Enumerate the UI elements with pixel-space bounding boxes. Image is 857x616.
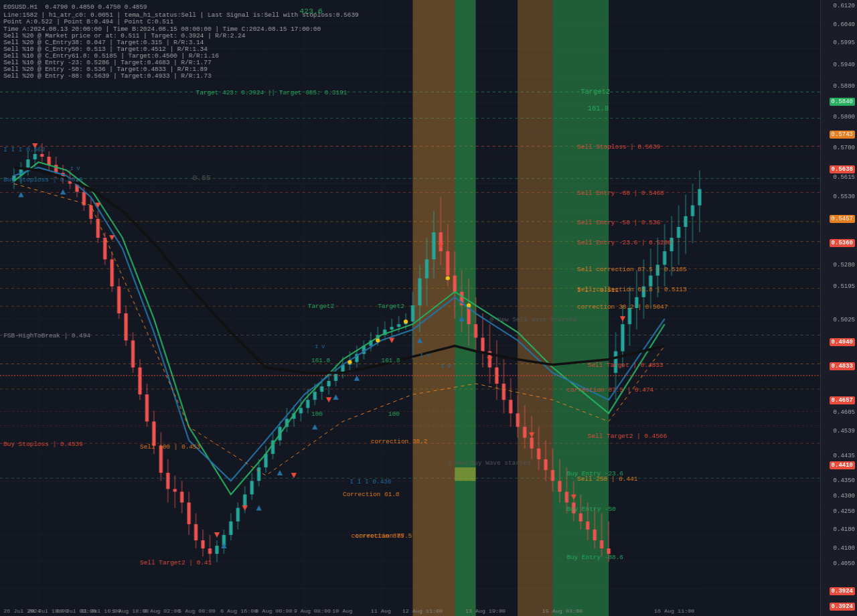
price-tick: 0.4657: [830, 396, 855, 404]
price-tick: 0.5840: [830, 98, 855, 106]
price-tick: 0.4410: [830, 461, 855, 469]
price-tick: 0.5743: [830, 131, 855, 139]
price-tick: 0.4940: [830, 338, 855, 346]
price-tick: 0.3924: [830, 587, 855, 595]
price-tick: 0.5880: [834, 83, 855, 90]
price-tick: 0.4300: [834, 493, 855, 499]
price-tick: 0.5195: [834, 283, 855, 290]
price-tick: 0.5025: [834, 317, 855, 323]
price-tick: 0.5800: [834, 114, 855, 121]
price-tick: 0.5995: [834, 40, 855, 46]
price-axis: 0.61200.60400.59950.59400.58800.58400.58…: [820, 0, 857, 616]
price-tick: 0.6040: [834, 21, 855, 28]
price-tick: 0.4180: [834, 526, 855, 533]
price-tick: 0.3924: [830, 603, 855, 611]
price-tick: 0.5940: [834, 62, 855, 68]
price-chart[interactable]: [0, 0, 857, 616]
price-tick: 0.4435: [834, 453, 855, 459]
price-tick: 0.5360: [830, 239, 855, 247]
price-tick: 0.5615: [834, 174, 855, 181]
price-tick: 0.4050: [834, 560, 855, 567]
price-tick: 0.4539: [834, 428, 855, 435]
price-tick: 0.5700: [834, 145, 855, 151]
price-tick: 0.5457: [830, 215, 855, 223]
price-tick: 0.4833: [830, 362, 855, 370]
price-tick: 0.4605: [834, 409, 855, 416]
price-tick: 0.5638: [830, 165, 855, 173]
price-tick: 0.4350: [834, 477, 855, 484]
price-tick: 0.4100: [834, 545, 855, 552]
price-tick: 0.5530: [834, 194, 855, 200]
price-tick: 0.6120: [834, 3, 855, 9]
price-tick: 0.4250: [834, 508, 855, 515]
price-tick: 0.5280: [834, 262, 855, 268]
chart-container: 0.61200.60400.59950.59400.58800.58400.58…: [0, 0, 857, 616]
